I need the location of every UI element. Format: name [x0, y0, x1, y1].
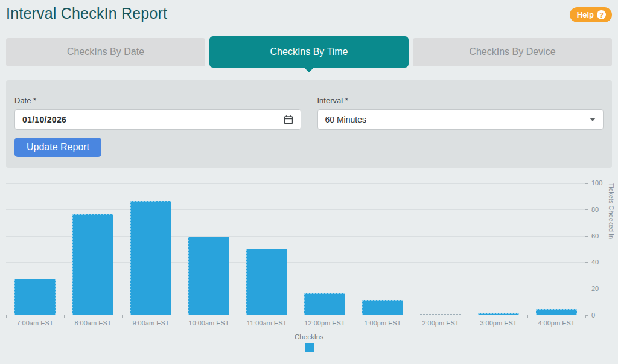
chevron-down-icon	[590, 118, 596, 121]
checkins-bar-chart: 0204060801007:00am EST8:00am EST9:00am E…	[0, 175, 618, 364]
x-axis-label: 8:00am EST	[64, 319, 122, 327]
tab-label: CheckIns By Device	[469, 46, 555, 57]
x-axis-tick	[238, 315, 238, 318]
bar-8:00am EST[interactable]	[72, 214, 113, 315]
interval-field-label: Interval *	[317, 96, 604, 105]
page-header: Interval CheckIn Report Help ?	[0, 0, 618, 31]
bar-2:00pm EST[interactable]	[420, 314, 461, 315]
bar-1:00pm EST[interactable]	[362, 300, 403, 315]
y-axis-tick-label: 100	[591, 179, 602, 187]
y-axis-tick	[585, 209, 588, 210]
bar-11:00am EST[interactable]	[246, 249, 287, 315]
x-axis-tick	[585, 315, 586, 318]
help-button[interactable]: Help ?	[570, 7, 612, 22]
tab-checkins-by-date[interactable]: CheckIns By Date	[6, 38, 205, 66]
x-axis-label: 3:00pm EST	[470, 319, 527, 327]
x-axis-tick	[64, 315, 65, 318]
x-axis-tick	[296, 315, 296, 318]
plot-area: 0204060801007:00am EST8:00am EST9:00am E…	[6, 183, 585, 315]
interval-select[interactable]: 60 Minutes	[317, 109, 604, 130]
x-axis-label: 9:00am EST	[122, 319, 180, 327]
date-field-group: Date * 01/10/2026 Update Report	[14, 96, 301, 157]
x-axis-tick	[470, 315, 470, 318]
y-axis-tick	[585, 183, 588, 184]
x-axis-tick	[180, 315, 180, 318]
date-input[interactable]: 01/10/2026	[14, 109, 301, 130]
question-mark-icon: ?	[597, 10, 606, 19]
chart-legend: CheckIns	[0, 333, 618, 352]
x-axis-label: 7:00am EST	[6, 319, 64, 327]
tab-checkins-by-time[interactable]: CheckIns By Time	[209, 36, 409, 68]
help-button-label: Help	[577, 10, 594, 19]
bar-7:00am EST[interactable]	[14, 279, 56, 315]
y-axis-tick-label: 40	[591, 258, 599, 266]
y-axis-tick-label: 80	[591, 206, 599, 213]
date-input-value: 01/10/2026	[22, 115, 66, 124]
y-axis-tick-label: 20	[591, 285, 599, 292]
y-axis-tick	[585, 236, 588, 237]
bar-10:00am EST[interactable]	[188, 237, 229, 315]
report-filter-panel: Date * 01/10/2026 Update Report Interval…	[6, 80, 612, 168]
legend-swatch[interactable]	[305, 343, 314, 352]
x-axis-label: 1:00pm EST	[354, 319, 412, 327]
x-axis-label: 12:00pm EST	[296, 319, 354, 327]
x-axis-tick	[122, 315, 123, 318]
gridline	[6, 209, 585, 210]
x-axis-tick	[527, 315, 528, 318]
x-axis-tick	[6, 315, 7, 318]
x-axis-label: 10:00am EST	[180, 319, 238, 327]
tab-label: CheckIns By Date	[67, 46, 144, 57]
y-axis-tick	[585, 289, 588, 289]
x-axis-label: 2:00pm EST	[412, 319, 470, 327]
x-axis-label: 11:00am EST	[238, 319, 296, 327]
calendar-icon[interactable]	[284, 115, 293, 124]
x-axis-tick	[354, 315, 354, 318]
y-axis-tick-label: 0	[591, 311, 595, 319]
bar-3:00pm EST[interactable]	[478, 313, 519, 315]
page-title: Interval CheckIn Report	[6, 5, 612, 22]
x-axis-tick	[412, 315, 412, 318]
update-report-button[interactable]: Update Report	[14, 138, 101, 157]
bar-9:00am EST[interactable]	[130, 201, 171, 315]
interval-select-value: 60 Minutes	[325, 115, 366, 124]
date-field-label: Date *	[14, 96, 301, 105]
x-axis-label: 4:00pm EST	[527, 319, 585, 327]
y-axis-tick	[585, 262, 588, 263]
report-tabs: CheckIns By Date CheckIns By Time CheckI…	[6, 36, 612, 68]
bar-12:00pm EST[interactable]	[304, 293, 345, 315]
tab-checkins-by-device[interactable]: CheckIns By Device	[413, 38, 612, 66]
y-axis-title: Tickets Checked In	[608, 183, 615, 315]
legend-label: CheckIns	[0, 333, 618, 340]
tab-label: CheckIns By Time	[270, 46, 348, 57]
interval-field-group: Interval * 60 Minutes	[317, 96, 604, 157]
y-axis-tick-label: 60	[591, 232, 599, 240]
gridline	[6, 183, 585, 184]
bar-4:00pm EST[interactable]	[536, 309, 577, 315]
